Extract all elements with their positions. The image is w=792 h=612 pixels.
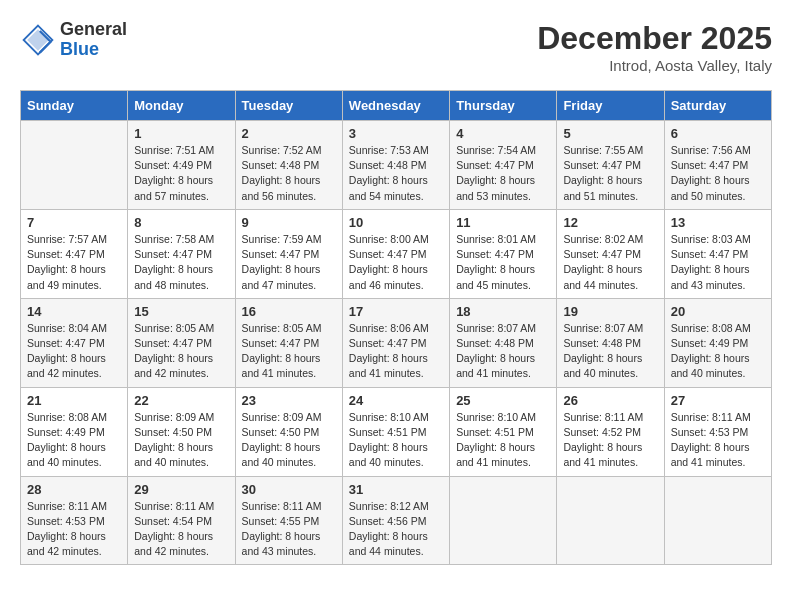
calendar-cell: 24Sunrise: 8:10 AMSunset: 4:51 PMDayligh…: [342, 387, 449, 476]
cell-content: Sunrise: 8:11 AMSunset: 4:54 PMDaylight:…: [134, 499, 228, 560]
day-number: 10: [349, 215, 443, 230]
calendar-cell: 10Sunrise: 8:00 AMSunset: 4:47 PMDayligh…: [342, 209, 449, 298]
month-year-title: December 2025: [537, 20, 772, 57]
cell-content: Sunrise: 8:01 AMSunset: 4:47 PMDaylight:…: [456, 232, 550, 293]
day-number: 4: [456, 126, 550, 141]
cell-content: Sunrise: 7:59 AMSunset: 4:47 PMDaylight:…: [242, 232, 336, 293]
cell-content: Sunrise: 7:57 AMSunset: 4:47 PMDaylight:…: [27, 232, 121, 293]
cell-content: Sunrise: 7:56 AMSunset: 4:47 PMDaylight:…: [671, 143, 765, 204]
day-header-friday: Friday: [557, 91, 664, 121]
calendar-cell: 13Sunrise: 8:03 AMSunset: 4:47 PMDayligh…: [664, 209, 771, 298]
cell-content: Sunrise: 7:55 AMSunset: 4:47 PMDaylight:…: [563, 143, 657, 204]
cell-content: Sunrise: 7:53 AMSunset: 4:48 PMDaylight:…: [349, 143, 443, 204]
week-row-2: 7Sunrise: 7:57 AMSunset: 4:47 PMDaylight…: [21, 209, 772, 298]
cell-content: Sunrise: 8:02 AMSunset: 4:47 PMDaylight:…: [563, 232, 657, 293]
day-number: 7: [27, 215, 121, 230]
cell-content: Sunrise: 7:51 AMSunset: 4:49 PMDaylight:…: [134, 143, 228, 204]
cell-content: Sunrise: 8:06 AMSunset: 4:47 PMDaylight:…: [349, 321, 443, 382]
cell-content: Sunrise: 8:03 AMSunset: 4:47 PMDaylight:…: [671, 232, 765, 293]
calendar-cell: 15Sunrise: 8:05 AMSunset: 4:47 PMDayligh…: [128, 298, 235, 387]
calendar-cell: 27Sunrise: 8:11 AMSunset: 4:53 PMDayligh…: [664, 387, 771, 476]
cell-content: Sunrise: 8:11 AMSunset: 4:52 PMDaylight:…: [563, 410, 657, 471]
day-number: 31: [349, 482, 443, 497]
day-number: 8: [134, 215, 228, 230]
calendar-cell: 20Sunrise: 8:08 AMSunset: 4:49 PMDayligh…: [664, 298, 771, 387]
day-header-wednesday: Wednesday: [342, 91, 449, 121]
cell-content: Sunrise: 8:00 AMSunset: 4:47 PMDaylight:…: [349, 232, 443, 293]
day-number: 30: [242, 482, 336, 497]
cell-content: Sunrise: 8:04 AMSunset: 4:47 PMDaylight:…: [27, 321, 121, 382]
calendar-table: SundayMondayTuesdayWednesdayThursdayFrid…: [20, 90, 772, 565]
cell-content: Sunrise: 8:11 AMSunset: 4:55 PMDaylight:…: [242, 499, 336, 560]
calendar-cell: 17Sunrise: 8:06 AMSunset: 4:47 PMDayligh…: [342, 298, 449, 387]
day-number: 20: [671, 304, 765, 319]
title-block: December 2025 Introd, Aosta Valley, Ital…: [537, 20, 772, 74]
day-number: 3: [349, 126, 443, 141]
day-number: 23: [242, 393, 336, 408]
calendar-cell: 9Sunrise: 7:59 AMSunset: 4:47 PMDaylight…: [235, 209, 342, 298]
calendar-cell: 1Sunrise: 7:51 AMSunset: 4:49 PMDaylight…: [128, 121, 235, 210]
week-row-3: 14Sunrise: 8:04 AMSunset: 4:47 PMDayligh…: [21, 298, 772, 387]
header-row: SundayMondayTuesdayWednesdayThursdayFrid…: [21, 91, 772, 121]
day-number: 21: [27, 393, 121, 408]
calendar-cell: 8Sunrise: 7:58 AMSunset: 4:47 PMDaylight…: [128, 209, 235, 298]
day-header-saturday: Saturday: [664, 91, 771, 121]
page-header: General Blue December 2025 Introd, Aosta…: [20, 20, 772, 74]
week-row-4: 21Sunrise: 8:08 AMSunset: 4:49 PMDayligh…: [21, 387, 772, 476]
cell-content: Sunrise: 8:09 AMSunset: 4:50 PMDaylight:…: [134, 410, 228, 471]
day-header-monday: Monday: [128, 91, 235, 121]
logo-blue: Blue: [60, 40, 127, 60]
calendar-cell: 25Sunrise: 8:10 AMSunset: 4:51 PMDayligh…: [450, 387, 557, 476]
logo: General Blue: [20, 20, 127, 60]
day-number: 26: [563, 393, 657, 408]
day-number: 13: [671, 215, 765, 230]
calendar-cell: 23Sunrise: 8:09 AMSunset: 4:50 PMDayligh…: [235, 387, 342, 476]
day-number: 6: [671, 126, 765, 141]
calendar-cell: 18Sunrise: 8:07 AMSunset: 4:48 PMDayligh…: [450, 298, 557, 387]
day-number: 5: [563, 126, 657, 141]
calendar-cell: [21, 121, 128, 210]
cell-content: Sunrise: 8:05 AMSunset: 4:47 PMDaylight:…: [242, 321, 336, 382]
cell-content: Sunrise: 8:07 AMSunset: 4:48 PMDaylight:…: [563, 321, 657, 382]
calendar-cell: [450, 476, 557, 565]
calendar-cell: 31Sunrise: 8:12 AMSunset: 4:56 PMDayligh…: [342, 476, 449, 565]
logo-text: General Blue: [60, 20, 127, 60]
day-number: 1: [134, 126, 228, 141]
calendar-cell: 29Sunrise: 8:11 AMSunset: 4:54 PMDayligh…: [128, 476, 235, 565]
cell-content: Sunrise: 7:52 AMSunset: 4:48 PMDaylight:…: [242, 143, 336, 204]
calendar-cell: 16Sunrise: 8:05 AMSunset: 4:47 PMDayligh…: [235, 298, 342, 387]
calendar-cell: [664, 476, 771, 565]
logo-general: General: [60, 20, 127, 40]
cell-content: Sunrise: 8:11 AMSunset: 4:53 PMDaylight:…: [27, 499, 121, 560]
calendar-cell: 26Sunrise: 8:11 AMSunset: 4:52 PMDayligh…: [557, 387, 664, 476]
calendar-cell: 4Sunrise: 7:54 AMSunset: 4:47 PMDaylight…: [450, 121, 557, 210]
cell-content: Sunrise: 7:54 AMSunset: 4:47 PMDaylight:…: [456, 143, 550, 204]
day-header-sunday: Sunday: [21, 91, 128, 121]
day-number: 19: [563, 304, 657, 319]
logo-icon: [20, 22, 56, 58]
calendar-cell: 3Sunrise: 7:53 AMSunset: 4:48 PMDaylight…: [342, 121, 449, 210]
calendar-cell: 6Sunrise: 7:56 AMSunset: 4:47 PMDaylight…: [664, 121, 771, 210]
week-row-1: 1Sunrise: 7:51 AMSunset: 4:49 PMDaylight…: [21, 121, 772, 210]
cell-content: Sunrise: 8:08 AMSunset: 4:49 PMDaylight:…: [27, 410, 121, 471]
day-number: 11: [456, 215, 550, 230]
calendar-cell: 19Sunrise: 8:07 AMSunset: 4:48 PMDayligh…: [557, 298, 664, 387]
calendar-cell: 5Sunrise: 7:55 AMSunset: 4:47 PMDaylight…: [557, 121, 664, 210]
day-header-thursday: Thursday: [450, 91, 557, 121]
week-row-5: 28Sunrise: 8:11 AMSunset: 4:53 PMDayligh…: [21, 476, 772, 565]
cell-content: Sunrise: 8:10 AMSunset: 4:51 PMDaylight:…: [349, 410, 443, 471]
calendar-cell: 7Sunrise: 7:57 AMSunset: 4:47 PMDaylight…: [21, 209, 128, 298]
calendar-cell: 28Sunrise: 8:11 AMSunset: 4:53 PMDayligh…: [21, 476, 128, 565]
day-number: 12: [563, 215, 657, 230]
day-number: 15: [134, 304, 228, 319]
day-number: 28: [27, 482, 121, 497]
calendar-cell: [557, 476, 664, 565]
day-number: 2: [242, 126, 336, 141]
cell-content: Sunrise: 8:08 AMSunset: 4:49 PMDaylight:…: [671, 321, 765, 382]
calendar-cell: 30Sunrise: 8:11 AMSunset: 4:55 PMDayligh…: [235, 476, 342, 565]
day-number: 17: [349, 304, 443, 319]
day-number: 14: [27, 304, 121, 319]
calendar-cell: 12Sunrise: 8:02 AMSunset: 4:47 PMDayligh…: [557, 209, 664, 298]
day-number: 29: [134, 482, 228, 497]
calendar-cell: 11Sunrise: 8:01 AMSunset: 4:47 PMDayligh…: [450, 209, 557, 298]
